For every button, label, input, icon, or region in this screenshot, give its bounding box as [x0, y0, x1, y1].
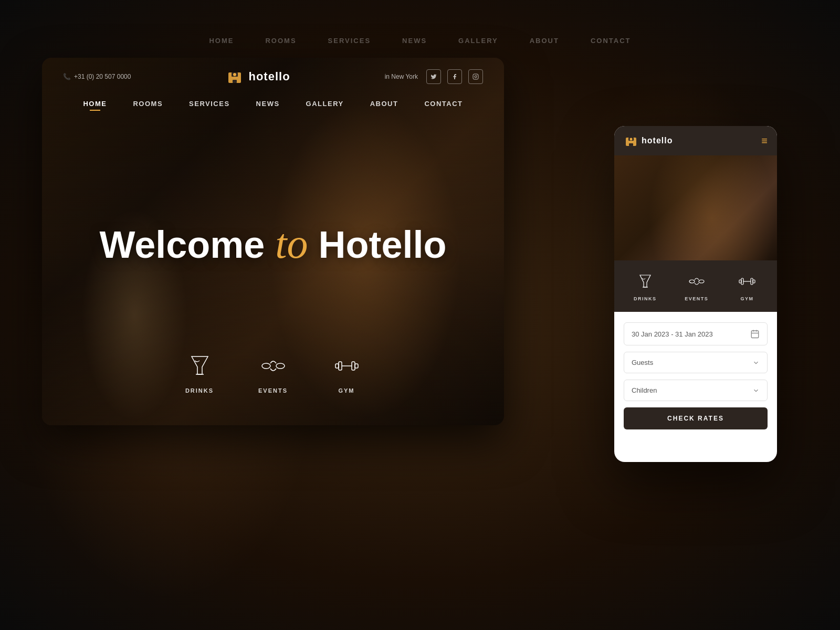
logo-text: hotello [248, 70, 290, 83]
desktop-logo[interactable]: hotello [225, 67, 290, 86]
facebook-icon[interactable] [447, 69, 462, 84]
bg-nav-rooms: ROOMS [265, 37, 296, 45]
mobile-logo-text: hotello [642, 136, 673, 145]
drinks-icon [185, 351, 214, 380]
nav-contact[interactable]: CONTACT [424, 100, 463, 108]
nav-about[interactable]: ABOUT [370, 100, 398, 108]
bg-nav-gallery: GALLERY [458, 37, 498, 45]
mobile-events-icon [686, 271, 707, 292]
svg-point-17 [630, 138, 633, 141]
booking-card: 30 Jan 2023 - 31 Jan 2023 Guests Chil [614, 312, 777, 440]
mobile-service-events[interactable]: EVENTS [685, 271, 708, 301]
social-icons [426, 69, 483, 84]
mobile-events-label: EVENTS [685, 296, 708, 301]
hero-title-italic: to [275, 220, 308, 267]
desktop-hero: 📞 +31 (0) 20 507 0000 hotello in New Yor… [42, 58, 504, 425]
svg-rect-10 [335, 364, 339, 368]
mobile-service-gym[interactable]: GYM [737, 271, 758, 301]
hero-title-welcome: Welcome [99, 224, 275, 266]
events-icon-wrap [257, 350, 289, 381]
bg-nav-contact: CONTACT [591, 37, 631, 45]
instagram-icon[interactable] [468, 69, 483, 84]
svg-rect-11 [355, 364, 358, 368]
calendar-icon [750, 329, 760, 339]
nav-gallery[interactable]: GALLERY [306, 100, 344, 108]
twitter-icon[interactable] [426, 69, 441, 84]
mobile-drinks-label: DRINKS [634, 296, 657, 301]
svg-rect-27 [751, 331, 759, 338]
nav-home[interactable]: HOME [83, 100, 107, 108]
svg-rect-3 [233, 80, 237, 83]
mobile-hero [614, 155, 777, 260]
drinks-icon-wrap [184, 350, 215, 381]
mobile-service-drinks[interactable]: DRINKS [634, 271, 657, 301]
mobile-logo[interactable]: hotello [624, 133, 673, 148]
hero-content: Welcome to Hotello [99, 220, 446, 267]
desktop-service-gym[interactable]: GYM [331, 350, 362, 394]
svg-rect-24 [741, 278, 743, 285]
svg-rect-18 [629, 143, 633, 146]
svg-point-21 [699, 280, 704, 283]
svg-point-20 [689, 280, 695, 283]
svg-point-2 [233, 73, 236, 76]
events-icon [259, 351, 288, 380]
phone-number: 📞 +31 (0) 20 507 0000 [63, 73, 131, 80]
desktop-right-header: in New York [385, 69, 483, 84]
drinks-label: DRINKS [185, 387, 214, 394]
nav-news[interactable]: NEWS [256, 100, 280, 108]
svg-rect-12 [339, 362, 342, 370]
guests-select[interactable]: Guests [624, 352, 768, 373]
svg-rect-25 [751, 278, 753, 285]
children-chevron-icon [752, 387, 760, 394]
logo-icon [225, 67, 244, 86]
background-nav: HOME ROOMS SERVICES NEWS GALLERY ABOUT C… [0, 26, 840, 55]
guests-label: Guests [632, 359, 653, 366]
svg-point-9 [276, 363, 285, 369]
desktop-header: 📞 +31 (0) 20 507 0000 hotello in New Yor… [42, 58, 504, 96]
mobile-gym-label: GYM [741, 296, 754, 301]
gym-icon [332, 351, 361, 380]
desktop-service-events[interactable]: EVENTS [257, 350, 289, 394]
svg-point-5 [475, 76, 477, 78]
desktop-service-drinks[interactable]: DRINKS [184, 350, 215, 394]
svg-point-6 [477, 75, 477, 76]
mobile-logo-icon [624, 133, 638, 148]
mobile-window: hotello ≡ DRINKS [614, 126, 777, 462]
hamburger-menu[interactable]: ≡ [761, 135, 768, 147]
svg-point-8 [262, 363, 270, 369]
desktop-window: 📞 +31 (0) 20 507 0000 hotello in New Yor… [42, 58, 504, 425]
hero-title-hotello: Hotello [308, 224, 447, 266]
children-select[interactable]: Children [624, 380, 768, 401]
bg-nav-services: SERVICES [328, 37, 371, 45]
nav-services[interactable]: SERVICES [189, 100, 230, 108]
gym-icon-wrap [331, 350, 362, 381]
nav-rooms[interactable]: ROOMS [133, 100, 163, 108]
desktop-service-icons: DRINKS EVENTS [184, 350, 362, 394]
mobile-hero-overlay [614, 155, 777, 260]
mobile-services: DRINKS EVENTS [614, 260, 777, 312]
mobile-header: hotello ≡ [614, 126, 777, 155]
phone-text: +31 (0) 20 507 0000 [74, 73, 131, 80]
guests-chevron-icon [752, 359, 760, 366]
bg-nav-home: HOME [209, 37, 234, 45]
date-range-text: 30 Jan 2023 - 31 Jan 2023 [632, 330, 713, 338]
mobile-drinks-icon [635, 271, 656, 292]
gym-label: GYM [338, 387, 354, 394]
desktop-nav: HOME ROOMS SERVICES NEWS GALLERY ABOUT C… [42, 93, 504, 114]
bg-nav-news: NEWS [402, 37, 427, 45]
events-label: EVENTS [258, 387, 288, 394]
location-text: in New York [385, 73, 418, 80]
svg-rect-4 [473, 74, 478, 79]
hero-title: Welcome to Hotello [99, 220, 446, 267]
date-range-field[interactable]: 30 Jan 2023 - 31 Jan 2023 [624, 322, 768, 345]
check-rates-button[interactable]: CHECK RATES [624, 407, 768, 429]
bg-nav-about: ABOUT [530, 37, 559, 45]
svg-rect-13 [352, 362, 355, 370]
children-label: Children [632, 386, 657, 394]
phone-icon: 📞 [63, 73, 71, 80]
mobile-gym-icon [737, 271, 758, 292]
